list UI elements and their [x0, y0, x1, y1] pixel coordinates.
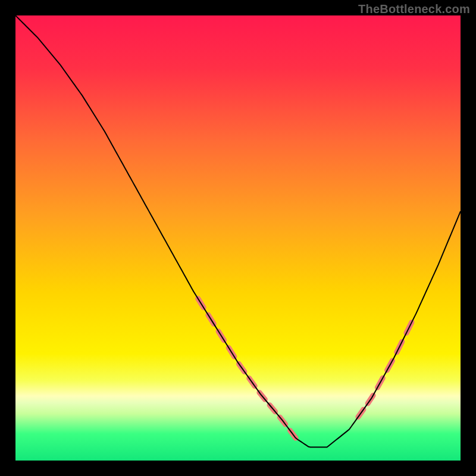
watermark-text: TheBottleneck.com [358, 2, 470, 16]
plot-area [15, 15, 461, 461]
chart-svg [15, 15, 461, 461]
gradient-background [15, 15, 461, 461]
outer-frame: TheBottleneck.com [0, 0, 476, 476]
